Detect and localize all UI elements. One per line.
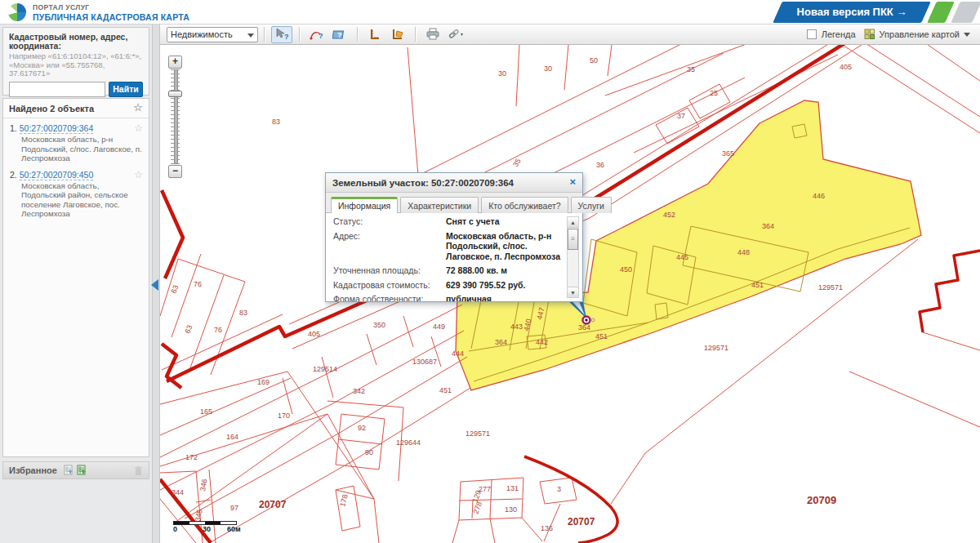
scroll-down-icon[interactable]: ▼: [568, 287, 578, 297]
popup-tab[interactable]: Услуги: [571, 197, 612, 213]
scale-mid: 30: [203, 525, 211, 533]
parcel-label: 445: [676, 253, 688, 261]
svg-text:?: ?: [318, 32, 323, 40]
popup-info-row: Адрес:Московская область, р-н Подольский…: [333, 231, 563, 262]
zoom-out-button[interactable]: −: [168, 165, 182, 178]
parcel-label: 83: [272, 118, 280, 126]
result-address: Московская область, р-н Подольский, с/по…: [21, 135, 144, 163]
search-button[interactable]: Найти: [109, 82, 143, 97]
parcel-label: 342: [353, 387, 365, 395]
favorites-bar[interactable]: Избранное: [2, 461, 149, 479]
search-result-item[interactable]: 1.50:27:0020709:364☆Московская область, …: [3, 118, 149, 163]
share-link-button[interactable]: [445, 26, 466, 43]
parcel-label: 20709: [807, 494, 836, 506]
sidebar: Кадастровый номер, адрес, координата: На…: [0, 24, 152, 543]
banner-green-stripe: [927, 2, 955, 23]
layers-grid-icon: [864, 29, 875, 40]
parcel-label: 35: [687, 65, 695, 73]
scroll-up-icon[interactable]: ▲: [568, 217, 578, 228]
parcel-label: 451: [595, 332, 608, 340]
parcel-label: 446: [813, 192, 825, 200]
scale-start: 0: [173, 525, 177, 533]
favorites-label: Избранное: [9, 465, 57, 475]
parcel-label: 364: [578, 323, 590, 332]
info-value: 72 888.00 кв. м: [446, 265, 507, 276]
results-panel: Найдено 2 объекта ☆ 1.50:27:0020709:364☆…: [2, 98, 149, 457]
parcel-label: 130: [505, 505, 517, 514]
search-results: 1.50:27:0020709:364☆Московская область, …: [3, 118, 149, 219]
app-title: ПУБЛИЧНАЯ КАДАСТРОВАЯ КАРТА: [33, 12, 189, 22]
identify-tool-button[interactable]: ?: [271, 26, 292, 43]
print-button[interactable]: [422, 26, 443, 43]
parcel-label: 63: [183, 324, 194, 335]
parcel-label: 3: [557, 485, 561, 493]
info-label: Адрес:: [333, 231, 446, 262]
popup-scrollbar[interactable]: ▲ ▼: [567, 216, 579, 298]
trash-icon[interactable]: [134, 465, 143, 476]
link-icon: [447, 28, 465, 41]
result-address: Московская область, Подольский район, се…: [21, 181, 144, 219]
parcel-label: 136: [541, 524, 553, 532]
zoom-in-button[interactable]: +: [168, 56, 182, 69]
scale-end: 60м: [227, 525, 241, 533]
parcel-label: 97: [230, 504, 238, 512]
layer-select[interactable]: Недвижимость: [167, 27, 258, 42]
parcel-label: 442: [536, 338, 548, 346]
info-label: Уточненная площадь:: [333, 265, 446, 276]
parcel-label: 20707: [568, 516, 595, 527]
popup-tab[interactable]: Характеристики: [400, 197, 479, 213]
parcel-label: 178: [338, 493, 350, 507]
parcel-label: 30: [544, 65, 552, 73]
favorite-star-icon[interactable]: ☆: [134, 122, 143, 134]
identify-by-route-button[interactable]: ?: [306, 26, 327, 43]
info-value: публичная: [446, 294, 492, 301]
export-excel-green-icon[interactable]: [77, 465, 87, 475]
search-input[interactable]: [9, 82, 105, 97]
sidebar-collapse-button[interactable]: [151, 279, 158, 291]
scroll-thumb[interactable]: [568, 229, 578, 250]
parcel-label: 450: [620, 265, 632, 274]
result-number: 2.: [10, 170, 17, 180]
parcel-label: 278: [471, 501, 483, 515]
search-result-item[interactable]: 2.50:27:0020709:450☆Московская область, …: [3, 165, 149, 219]
legend-label: Легенда: [822, 29, 856, 39]
parcel-label: 365: [722, 149, 734, 158]
search-panel: Кадастровый номер, адрес, координата: На…: [2, 27, 149, 96]
parcel-label: 449: [433, 323, 445, 331]
parcel-label: 129571: [466, 430, 490, 438]
parcel-label: 164: [226, 433, 238, 441]
popup-close-icon[interactable]: ×: [569, 173, 576, 191]
parcel-label: 444: [452, 349, 464, 358]
parcel-label: 36: [596, 161, 604, 169]
new-version-button[interactable]: Новая версия ПКК →: [773, 2, 931, 23]
parcel-label: 63: [169, 284, 180, 295]
measure-area-button[interactable]: [387, 26, 408, 43]
map-canvas[interactable]: 3030503525374053635869833654464523644484…: [160, 45, 980, 543]
popup-header[interactable]: × Земельный участок: 50:27:0020709:364: [326, 173, 582, 193]
parcel-label: 129514: [313, 365, 337, 373]
popup-tab[interactable]: Кто обслуживает?: [481, 197, 568, 213]
results-star-icon[interactable]: ☆: [133, 99, 143, 117]
legend-checkbox[interactable]: [807, 29, 817, 39]
portal-title: ПОРТАЛ УСЛУГ: [33, 2, 189, 12]
parcel-label: 451: [439, 386, 452, 394]
zoom-slider-thumb[interactable]: [168, 91, 182, 97]
parcel-label: 129644: [396, 438, 421, 447]
parcel-label: 20707: [259, 499, 287, 510]
new-version-banner[interactable]: Новая версия ПКК →: [777, 2, 977, 23]
identify-object-button[interactable]: ?: [329, 26, 350, 43]
zoom-control: + −: [168, 56, 183, 178]
cadastral-number-link[interactable]: 50:27:0020709:364: [20, 123, 94, 134]
parcel-label: 169: [257, 378, 270, 386]
info-value: 629 390 795.52 руб.: [446, 280, 525, 291]
export-excel-icon[interactable]: [64, 465, 74, 475]
favorite-star-icon[interactable]: ☆: [134, 169, 143, 180]
popup-tab[interactable]: Информация: [331, 197, 398, 213]
cadastral-number-link[interactable]: 50:27:0020709:450: [20, 170, 94, 180]
ruler-length-icon: [368, 28, 382, 41]
popup-info-row: Статус:Снят с учета: [333, 216, 563, 227]
parcel-label: 92: [358, 424, 366, 432]
map-control-button[interactable]: Управление картой: [861, 27, 973, 42]
measure-length-button[interactable]: [364, 26, 385, 43]
zoom-track[interactable]: [168, 69, 182, 164]
